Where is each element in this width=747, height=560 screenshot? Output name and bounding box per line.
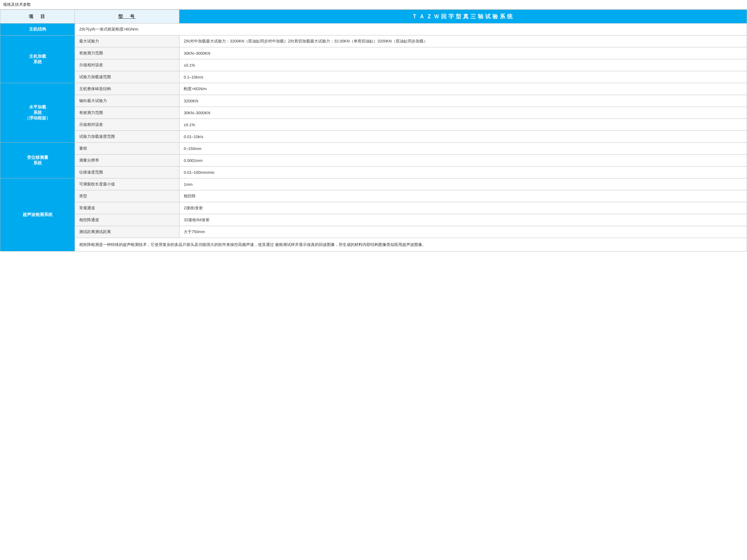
spec-cell: 示值相对误差 [75, 119, 179, 131]
value-cell: 30KN–3000KN [179, 107, 747, 119]
value-cell: ±0.1% [179, 119, 747, 131]
spec-cell: 常规通道 [75, 202, 179, 214]
spec-cell: 有效测力范围 [75, 47, 179, 59]
value-cell: 0.01–10k/s [179, 131, 747, 143]
value-cell: ±0.1% [179, 59, 747, 71]
spec-cell: 可测裂纹长度最小值 [75, 179, 179, 190]
section-cell: 变位移测量 系统 [0, 143, 75, 179]
value-cell: 3200KN [179, 95, 747, 107]
full-row-value: Z向与y向一体式框架刚度>8GN/m [75, 24, 747, 35]
spec-cell: 相控阵通道 [75, 214, 179, 226]
spec-cell: 类型 [75, 190, 179, 202]
value-cell: 0.01–100mm/min [179, 166, 747, 179]
value-cell: 0.1–10kn/s [179, 71, 747, 83]
header-col-item: 项 目 [0, 10, 75, 24]
header-col-spec: 型 号 [75, 10, 179, 24]
value-cell: 相控阵 [179, 190, 747, 202]
value-cell: 2接收/发射 [179, 202, 747, 214]
spec-cell: 试验力加载速度范围 [75, 131, 179, 143]
value-cell: 30KN–3000KN [179, 47, 747, 59]
section-cell: 主机加载 系统 [0, 35, 75, 83]
spec-cell: 示值相对误差 [75, 59, 179, 71]
spec-cell: 轴向最大试验力 [75, 95, 179, 107]
spec-cell: 测量分辨率 [75, 155, 179, 166]
page-title: 规格及技术参数 [0, 0, 747, 9]
spec-cell: 主机整体铸造结构 [75, 83, 179, 95]
value-cell: 0–150mm [179, 143, 747, 155]
value-cell: 32接收/64发射 [179, 214, 747, 226]
note-cell: 相矩阵检测是一种特殊的超声检测技术，它使用复杂的多晶片探头及功能强大的软件来操控… [75, 238, 747, 251]
section-cell: 主机结构 [0, 24, 75, 35]
spec-table: 项 目 型 号 ＴＡＺＷ回字型真三轴试验系统 主机结构Z向与y向一体式框架刚度>… [0, 9, 747, 251]
spec-cell: 试验力加载速范围 [75, 71, 179, 83]
value-cell: 大于750mm [179, 226, 747, 238]
section-cell: 水平加载 系统 （浮动框架） [0, 83, 75, 143]
header-col-value: ＴＡＺＷ回字型真三轴试验系统 [179, 10, 747, 24]
spec-cell: 测试距离测试距离 [75, 226, 179, 238]
value-cell: 0.0001mm [179, 155, 747, 166]
value-cell: Z向对中加载最大试验力：3200KN（双油缸同步对中加载）Z向剪切加载最大试验力… [179, 35, 747, 47]
value-cell: 刚度>6GN/m [179, 83, 747, 95]
spec-cell: 有效测力范围 [75, 107, 179, 119]
section-cell: 超声波检测系统 [0, 179, 75, 251]
value-cell: 1mm [179, 179, 747, 190]
spec-cell: 量程 [75, 143, 179, 155]
spec-cell: 位移速度范围 [75, 166, 179, 179]
spec-cell: 最大试验力 [75, 35, 179, 47]
